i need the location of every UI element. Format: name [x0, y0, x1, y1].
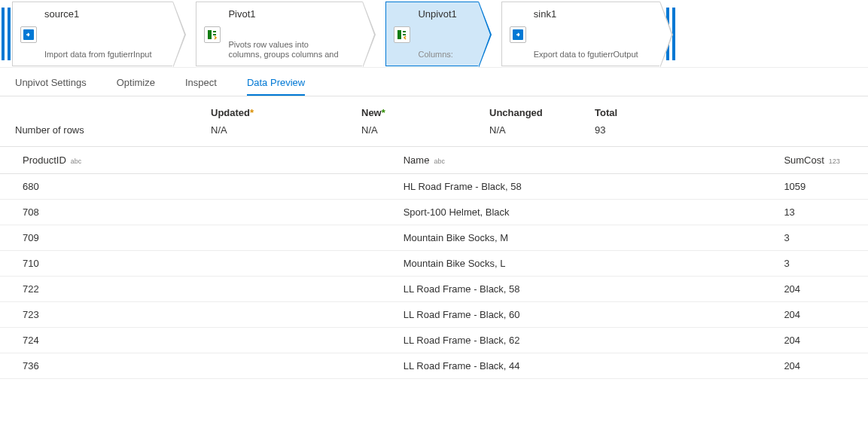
pivot-icon	[204, 26, 221, 43]
cell-sumcost: 204	[761, 328, 868, 353]
cell-sumcost: 204	[761, 353, 868, 379]
cell-name: LL Road Frame - Black, 62	[381, 328, 762, 353]
stats-val-updated: N/A	[211, 118, 361, 136]
tab-bar: Unpivot Settings Optimize Inspect Data P…	[0, 68, 868, 96]
cell-name: Sport-100 Helmet, Black	[381, 200, 762, 225]
tab-unpivot-settings[interactable]: Unpivot Settings	[15, 77, 87, 96]
cell-sumcost: 204	[761, 302, 868, 328]
cell-sumcost: 13	[761, 200, 868, 225]
flow-start-bar-2	[8, 8, 11, 60]
node-desc: Export data to fgutierrOutput	[534, 50, 638, 60]
table-row[interactable]: 709Mountain Bike Socks, M3	[0, 225, 868, 251]
flow-node-source1[interactable]: source1 Import data from fgutierrInput	[12, 2, 173, 66]
stats-panel: Updated* New* Unchanged Total Number of …	[0, 96, 868, 146]
node-title: source1	[44, 8, 151, 20]
cell-productid: 722	[0, 277, 381, 302]
flow-start-bar	[2, 8, 5, 60]
stats-val-new: N/A	[361, 118, 489, 136]
flow-node-sink1[interactable]: sink1 Export data to fgutierrOutput	[501, 2, 660, 66]
table-row[interactable]: 680HL Road Frame - Black, 581059	[0, 174, 868, 200]
stats-header-new: New*	[361, 107, 489, 118]
stats-header-unchanged: Unchanged	[489, 107, 595, 118]
cell-name: LL Road Frame - Black, 58	[381, 277, 762, 302]
cell-productid: 723	[0, 302, 381, 328]
cell-name: LL Road Frame - Black, 44	[381, 353, 762, 379]
cell-productid: 736	[0, 353, 381, 379]
stats-val-unchanged: N/A	[489, 118, 595, 136]
cell-productid: 710	[0, 251, 381, 277]
tab-inspect[interactable]: Inspect	[185, 77, 217, 96]
flow-node-unpivot1[interactable]: Unpivot1 Columns:	[385, 2, 478, 66]
source-icon	[20, 26, 37, 43]
cell-productid: 724	[0, 328, 381, 353]
node-desc: Import data from fgutierrInput	[44, 50, 151, 60]
unpivot-icon	[394, 26, 410, 43]
table-row[interactable]: 723LL Road Frame - Black, 60204	[0, 302, 868, 328]
col-header-sumcost[interactable]: SumCost123	[761, 147, 868, 174]
node-title: sink1	[534, 8, 638, 20]
svg-rect-1	[208, 30, 212, 39]
cell-name: Mountain Bike Socks, M	[381, 225, 762, 251]
node-desc: Pivots row values into columns, groups c…	[228, 40, 341, 60]
cell-sumcost: 1059	[761, 174, 868, 200]
table-row[interactable]: 722LL Road Frame - Black, 58204	[0, 277, 868, 302]
tab-data-preview[interactable]: Data Preview	[247, 77, 305, 96]
cell-productid: 680	[0, 174, 381, 200]
sink-icon	[510, 26, 526, 43]
node-desc: Columns:	[418, 50, 456, 60]
cell-name: LL Road Frame - Black, 60	[381, 302, 762, 328]
table-row[interactable]: 724LL Road Frame - Black, 62204	[0, 328, 868, 353]
cell-name: HL Road Frame - Black, 58	[381, 174, 762, 200]
stats-header-updated: Updated*	[211, 107, 361, 118]
node-title: Unpivot1	[418, 8, 456, 20]
cell-productid: 708	[0, 200, 381, 225]
cell-productid: 709	[0, 225, 381, 251]
col-header-name[interactable]: Nameabc	[381, 147, 762, 174]
preview-table: ProductIDabc Nameabc SumCost123 680HL Ro…	[0, 146, 868, 379]
flow-canvas: source1 Import data from fgutierrInput P…	[0, 0, 868, 68]
cell-sumcost: 3	[761, 251, 868, 277]
cell-sumcost: 204	[761, 277, 868, 302]
table-row[interactable]: 708Sport-100 Helmet, Black13	[0, 200, 868, 225]
cell-name: Mountain Bike Socks, L	[381, 251, 762, 277]
flow-node-pivot1[interactable]: Pivot1 Pivots row values into columns, g…	[196, 2, 363, 66]
stats-row-label: Number of rows	[15, 118, 211, 136]
stats-header-total: Total	[595, 107, 670, 118]
table-header-row: ProductIDabc Nameabc SumCost123	[0, 147, 868, 174]
stats-val-total: 93	[595, 118, 670, 136]
tab-optimize[interactable]: Optimize	[117, 77, 155, 96]
svg-rect-2	[397, 30, 401, 39]
table-row[interactable]: 736LL Road Frame - Black, 44204	[0, 353, 868, 379]
cell-sumcost: 3	[761, 225, 868, 251]
col-header-productid[interactable]: ProductIDabc	[0, 147, 381, 174]
node-title: Pivot1	[228, 8, 341, 20]
table-row[interactable]: 710Mountain Bike Socks, L3	[0, 251, 868, 277]
